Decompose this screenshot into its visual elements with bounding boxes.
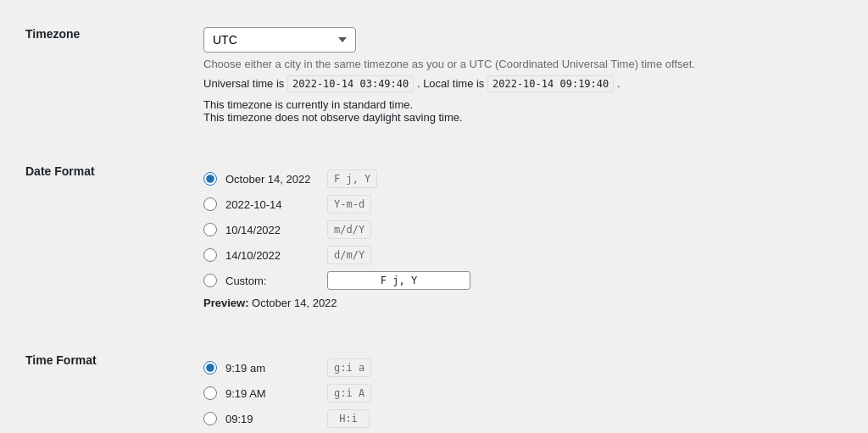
date-format-display-4: 14/10/2022	[225, 249, 319, 262]
time-format-option-2: 9:19 AM g:i A	[203, 384, 843, 402]
time-format-display-3: 09:19	[225, 413, 319, 425]
time-format-code-1: g:i a	[327, 358, 371, 377]
date-format-preview-value: October 14, 2022	[252, 297, 337, 309]
date-format-custom-label: Custom:	[225, 275, 319, 287]
date-format-option-2: 2022-10-14 Y-m-d	[203, 195, 843, 214]
date-format-display-3: 10/14/2022	[225, 224, 319, 236]
local-time-value: 2022-10-14 09:19:40	[487, 75, 614, 92]
timezone-note-line2: This timezone does not observe daylight …	[203, 111, 843, 124]
time-format-display-2: 9:19 AM	[225, 387, 319, 400]
timezone-time-display: Universal time is 2022-10-14 03:49:40 . …	[203, 77, 843, 90]
date-format-custom-input[interactable]	[327, 271, 470, 290]
date-format-custom-option: Custom:	[203, 271, 843, 290]
date-format-option-1: October 14, 2022 F j, Y	[203, 169, 843, 188]
date-format-radio-2[interactable]	[203, 197, 217, 211]
date-format-code-2: Y-m-d	[327, 195, 371, 214]
date-format-preview-label: Preview:	[203, 297, 248, 309]
date-format-radio-1[interactable]	[203, 172, 217, 186]
universal-time-value: 2022-10-14 03:49:40	[287, 75, 414, 92]
time-format-code-2: g:i A	[327, 384, 371, 402]
date-format-display-2: 2022-10-14	[225, 198, 319, 211]
local-time-label: . Local time is	[417, 77, 487, 90]
date-format-radio-3[interactable]	[203, 223, 217, 236]
time-format-code-3: H:i	[327, 409, 370, 428]
date-format-label: Date Format	[25, 164, 95, 178]
date-format-code-4: d/m/Y	[327, 246, 371, 264]
time-format-radio-3[interactable]	[203, 412, 217, 425]
date-format-option-4: 14/10/2022 d/m/Y	[203, 246, 843, 264]
timezone-note: This timezone is currently in standard t…	[203, 98, 843, 124]
time-format-radio-1[interactable]	[203, 361, 217, 375]
date-format-preview: Preview: October 14, 2022	[203, 297, 843, 309]
timezone-hint: Choose either a city in the same timezon…	[203, 58, 712, 70]
time-format-option-3: 09:19 H:i	[203, 409, 843, 428]
date-format-option-3: 10/14/2022 m/d/Y	[203, 220, 843, 239]
time-format-display-1: 9:19 am	[225, 362, 319, 375]
time-format-options: 9:19 am g:i a 9:19 AM g:i A 09:19 H:i	[203, 358, 843, 433]
date-format-code-1: F j, Y	[327, 169, 377, 188]
date-format-display-1: October 14, 2022	[225, 173, 319, 186]
universal-time-label: Universal time is	[203, 77, 284, 90]
time-format-label: Time Format	[25, 353, 97, 367]
time-format-radio-2[interactable]	[203, 386, 217, 400]
date-format-code-3: m/d/Y	[327, 220, 371, 239]
timezone-select[interactable]: UTC	[203, 27, 356, 53]
timezone-label: Timezone	[25, 27, 80, 41]
timezone-note-line1: This timezone is currently in standard t…	[203, 98, 843, 111]
date-format-radio-4[interactable]	[203, 248, 217, 262]
date-format-radio-custom[interactable]	[203, 274, 217, 287]
time-format-option-1: 9:19 am g:i a	[203, 358, 843, 377]
date-format-options: October 14, 2022 F j, Y 2022-10-14 Y-m-d…	[203, 169, 843, 309]
